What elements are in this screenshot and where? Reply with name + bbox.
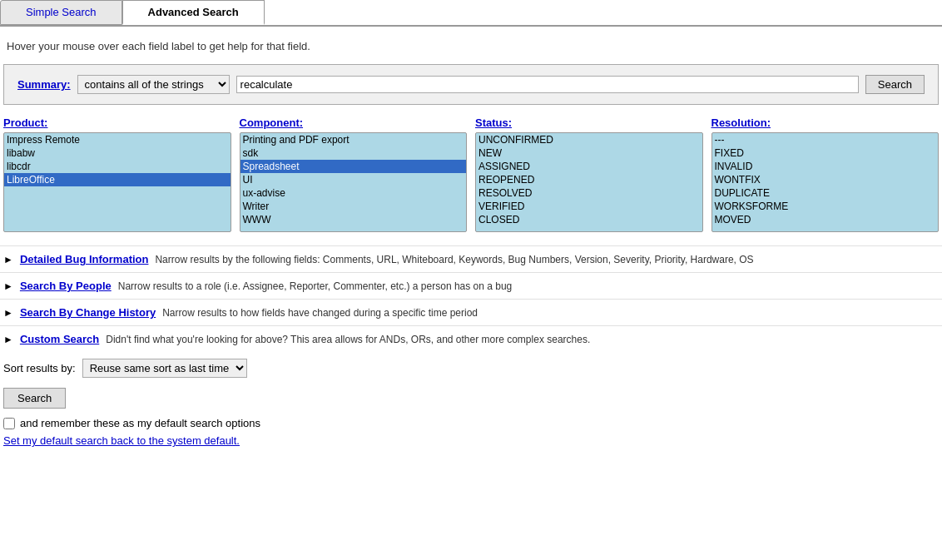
status-label[interactable]: Status:	[475, 116, 703, 129]
desc-search-by-people: Narrow results to a role (i.e. Assignee,…	[118, 280, 513, 292]
section-search-by-change-history: ► Search By Change History Narrow result…	[0, 299, 942, 325]
link-detailed-bug-info[interactable]: Detailed Bug Information	[20, 253, 149, 265]
tab-bar: Simple Search Advanced Search	[0, 0, 942, 27]
arrow-search-by-change-history: ►	[3, 307, 13, 319]
arrow-search-by-people: ►	[3, 280, 13, 292]
sort-row: Sort results by: Reuse same sort as last…	[0, 352, 942, 384]
remember-row: and remember these as my default search …	[0, 412, 942, 434]
resolution-list[interactable]: --- FIXED INVALID WONTFIX DUPLICATE WORK…	[711, 132, 940, 232]
tab-advanced-search[interactable]: Advanced Search	[122, 0, 265, 25]
tab-simple-search[interactable]: Simple Search	[0, 0, 122, 25]
resolution-filter: Resolution: --- FIXED INVALID WONTFIX DU…	[711, 116, 940, 232]
section-search-by-people: ► Search By People Narrow results to a r…	[0, 272, 942, 299]
summary-input[interactable]	[236, 76, 859, 93]
link-search-by-change-history[interactable]: Search By Change History	[20, 306, 156, 319]
desc-detailed-bug-info: Narrow results by the following fields: …	[155, 254, 753, 265]
sort-select[interactable]: Reuse same sort as last time Bug Number …	[82, 359, 247, 378]
sort-label: Sort results by:	[3, 362, 76, 374]
component-list[interactable]: Printing and PDF export sdk Spreadsheet …	[240, 132, 468, 232]
component-label[interactable]: Component:	[240, 116, 468, 129]
summary-label[interactable]: Summary:	[17, 78, 71, 91]
arrow-detailed-bug-info: ►	[3, 254, 13, 265]
search-button-row: Search	[0, 384, 942, 412]
product-filter: Product: Impress Remote libabw libcdr Li…	[3, 116, 231, 232]
remember-checkbox[interactable]	[3, 418, 15, 429]
link-custom-search[interactable]: Custom Search	[20, 333, 99, 345]
product-label[interactable]: Product:	[3, 116, 231, 129]
arrow-custom-search: ►	[3, 334, 13, 345]
product-list[interactable]: Impress Remote libabw libcdr LibreOffice	[3, 132, 231, 232]
desc-search-by-change-history: Narrow results to how fields have change…	[162, 307, 478, 319]
status-filter: Status: UNCONFIRMED NEW ASSIGNED REOPENE…	[475, 116, 703, 232]
link-search-by-people[interactable]: Search By People	[20, 280, 112, 292]
desc-custom-search: Didn't find what you're looking for abov…	[106, 334, 590, 345]
summary-box: Summary: contains all of the strings con…	[3, 64, 939, 105]
summary-search-button[interactable]: Search	[865, 75, 925, 94]
status-list[interactable]: UNCONFIRMED NEW ASSIGNED REOPENED RESOLV…	[475, 132, 703, 232]
section-custom-search: ► Custom Search Didn't find what you're …	[0, 325, 942, 352]
set-default-link[interactable]: Set my default search back to the system…	[0, 434, 942, 453]
summary-condition-select[interactable]: contains all of the strings contains any…	[77, 75, 230, 94]
hover-help-text: Hover your mouse over each field label t…	[0, 35, 942, 57]
component-filter: Component: Printing and PDF export sdk S…	[240, 116, 468, 232]
section-detailed-bug-info: ► Detailed Bug Information Narrow result…	[0, 245, 942, 272]
main-search-button[interactable]: Search	[3, 388, 66, 409]
resolution-label[interactable]: Resolution:	[711, 116, 940, 129]
filters-row: Product: Impress Remote libabw libcdr Li…	[0, 116, 942, 232]
remember-label: and remember these as my default search …	[20, 417, 260, 429]
